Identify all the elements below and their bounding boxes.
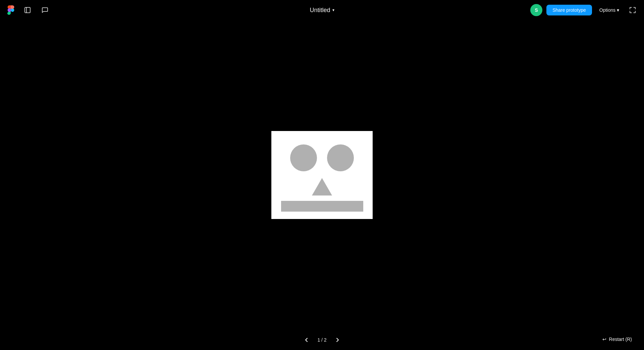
fullscreen-button[interactable]	[627, 4, 639, 16]
document-title[interactable]: Untitled	[310, 7, 330, 14]
next-page-button[interactable]	[332, 335, 343, 345]
page-indicator: 1 / 2	[317, 337, 326, 343]
sidebar-icon	[24, 7, 31, 13]
options-chevron-icon: ▾	[617, 7, 619, 13]
circles-row	[290, 144, 354, 171]
chat-icon	[42, 7, 48, 13]
title-dropdown-icon[interactable]: ▾	[332, 8, 334, 12]
prev-arrow-icon	[303, 337, 310, 343]
avatar[interactable]: S	[530, 4, 542, 16]
next-arrow-icon	[334, 337, 341, 343]
options-button[interactable]: Options ▾	[596, 5, 623, 15]
prototype-frame	[271, 131, 373, 219]
header: Untitled ▾ S Share prototype Options ▾	[0, 0, 644, 20]
restart-icon: ↩	[602, 337, 606, 342]
header-right: S Share prototype Options ▾	[530, 4, 639, 16]
options-label: Options	[599, 7, 615, 13]
figma-logo[interactable]	[5, 5, 16, 15]
header-left	[5, 4, 51, 16]
share-prototype-button[interactable]: Share prototype	[546, 5, 592, 15]
restart-button[interactable]: ↩ Restart (R)	[598, 334, 636, 345]
chat-button[interactable]	[39, 4, 51, 16]
circle-left	[290, 144, 317, 171]
pagination: 1 / 2	[301, 335, 342, 345]
sidebar-toggle-button[interactable]	[21, 4, 34, 16]
fullscreen-icon	[630, 7, 636, 13]
circle-right	[327, 144, 354, 171]
restart-label: Restart (R)	[609, 337, 632, 342]
prev-page-button[interactable]	[301, 335, 312, 345]
footer: 1 / 2 ↩ Restart (R)	[0, 330, 644, 350]
header-center: Untitled ▾	[310, 7, 334, 14]
canvas	[0, 20, 644, 330]
triangle-shape	[312, 178, 332, 195]
svg-rect-0	[25, 7, 30, 13]
rectangle-shape	[281, 201, 363, 212]
